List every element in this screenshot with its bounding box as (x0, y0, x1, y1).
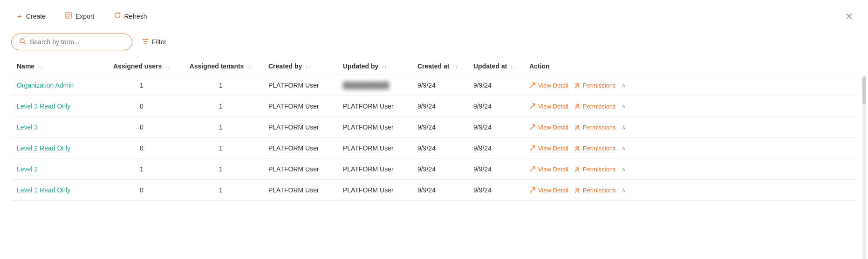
row-name[interactable]: Level 3 Read Only (11, 96, 104, 117)
row-assigned-tenants: 1 (179, 75, 263, 96)
chevron-up-icon: ∧ (622, 187, 626, 193)
create-label: Create (26, 13, 46, 20)
row-assigned-tenants: 1 (179, 117, 263, 138)
close-button[interactable]: ✕ (841, 9, 857, 24)
row-updated-at: 9/9/24 (468, 96, 524, 117)
export-button[interactable]: Export (60, 8, 99, 24)
sort-icon-users: ↑↓ (165, 64, 170, 69)
row-updated-at: 9/9/24 (468, 138, 524, 159)
row-assigned-users: 0 (104, 117, 179, 138)
chevron-up-icon: ∧ (622, 124, 626, 130)
svg-point-6 (577, 105, 578, 106)
row-created-at: 9/9/24 (412, 180, 468, 201)
row-updated-by: PLATFORM User (337, 96, 412, 117)
row-name[interactable]: Level 2 (11, 159, 104, 180)
view-detail-button[interactable]: View Detail (529, 187, 568, 194)
row-created-by: PLATFORM User (263, 117, 337, 138)
row-action: View Detail Permissions∧ (524, 117, 857, 138)
permissions-button[interactable]: Permissions (574, 187, 616, 194)
row-assigned-users: 0 (104, 96, 179, 117)
scrollbar-thumb[interactable] (862, 76, 866, 104)
row-created-at: 9/9/24 (412, 75, 468, 96)
row-created-by: PLATFORM User (263, 180, 337, 201)
search-input[interactable] (30, 38, 124, 46)
toolbar: ＋ Create Export Refresh ✕ (0, 0, 868, 30)
col-header-updatedby[interactable]: Updated by ↑↓ (337, 58, 412, 75)
table-row: Level 1 Read Only01PLATFORM UserPLATFORM… (11, 180, 857, 201)
col-header-name[interactable]: Name ↑↓ (11, 58, 104, 75)
view-detail-button[interactable]: View Detail (529, 82, 568, 89)
create-button[interactable]: ＋ Create (11, 9, 50, 24)
chevron-up-icon: ∧ (622, 82, 626, 89)
action-cell: View Detail Permissions∧ (529, 187, 851, 194)
row-action: View Detail Permissions∧ (524, 96, 857, 117)
permissions-button[interactable]: Permissions (574, 166, 616, 173)
export-icon (64, 11, 73, 21)
scrollbar-track[interactable] (862, 76, 866, 259)
sort-icon-updatedat: ↑↓ (510, 64, 515, 69)
row-action: View Detail Permissions∧ (524, 138, 857, 159)
sort-icon-name: ↑↓ (38, 64, 43, 69)
row-assigned-users: 0 (104, 138, 179, 159)
table-row: Level 211PLATFORM UserPLATFORM User9/9/2… (11, 159, 857, 180)
row-updated-by: PLATFORM User (337, 138, 412, 159)
svg-rect-0 (65, 12, 72, 19)
table-row: Level 301PLATFORM UserPLATFORM User9/9/2… (11, 117, 857, 138)
row-created-at: 9/9/24 (412, 159, 468, 180)
sort-icon-createdat: ↑↓ (452, 64, 458, 69)
table-row: Level 2 Read Only01PLATFORM UserPLATFORM… (11, 138, 857, 159)
filter-button[interactable]: Filter (142, 38, 166, 47)
chevron-up-icon: ∧ (622, 145, 626, 151)
table-row: Level 3 Read Only01PLATFORM UserPLATFORM… (11, 96, 857, 117)
sort-icon-tenants: ↑↓ (247, 64, 252, 69)
row-action: View Detail Permissions∧ (524, 159, 857, 180)
row-updated-by: PLATFORM User (337, 180, 412, 201)
view-detail-button[interactable]: View Detail (529, 124, 568, 131)
col-header-createdby[interactable]: Created by ↑↓ (263, 58, 337, 75)
row-updated-at: 9/9/24 (468, 75, 524, 96)
row-updated-at: 9/9/24 (468, 180, 524, 201)
export-label: Export (75, 13, 94, 20)
col-header-action: Action (524, 58, 857, 75)
action-cell: View Detail Permissions∧ (529, 166, 851, 173)
view-detail-button[interactable]: View Detail (529, 103, 568, 110)
table-container: Name ↑↓ Assigned users ↑↓ Assigned tenan… (0, 58, 868, 201)
filter-label: Filter (152, 38, 166, 46)
row-updated-by: PLATFORM User (337, 117, 412, 138)
col-header-createdat[interactable]: Created at ↑↓ (412, 58, 468, 75)
row-updated-by: ██████████ (337, 75, 412, 96)
row-name[interactable]: Level 2 Read Only (11, 138, 104, 159)
roles-table: Name ↑↓ Assigned users ↑↓ Assigned tenan… (11, 58, 857, 201)
row-created-at: 9/9/24 (412, 138, 468, 159)
view-detail-button[interactable]: View Detail (529, 145, 568, 152)
permissions-button[interactable]: Permissions (574, 145, 616, 152)
refresh-button[interactable]: Refresh (109, 8, 152, 24)
chevron-up-icon: ∧ (622, 166, 626, 172)
svg-point-12 (577, 168, 578, 169)
row-name[interactable]: Level 3 (11, 117, 104, 138)
row-created-by: PLATFORM User (263, 159, 337, 180)
refresh-label: Refresh (124, 13, 147, 20)
row-created-by: PLATFORM User (263, 96, 337, 117)
col-header-tenants[interactable]: Assigned tenants ↑↓ (179, 58, 263, 75)
action-cell: View Detail Permissions∧ (529, 145, 851, 152)
permissions-button[interactable]: Permissions (574, 124, 616, 131)
permissions-button[interactable]: Permissions (574, 103, 616, 110)
col-header-users[interactable]: Assigned users ↑↓ (104, 58, 179, 75)
permissions-button[interactable]: Permissions (574, 82, 616, 89)
refresh-icon (113, 11, 122, 21)
search-box (11, 34, 132, 50)
row-assigned-tenants: 1 (179, 96, 263, 117)
search-icon (19, 38, 26, 46)
row-created-by: PLATFORM User (263, 75, 337, 96)
row-updated-by: PLATFORM User (337, 159, 412, 180)
view-detail-button[interactable]: View Detail (529, 166, 568, 173)
action-cell: View Detail Permissions∧ (529, 103, 851, 110)
row-assigned-users: 0 (104, 180, 179, 201)
row-name[interactable]: Organization Admin (11, 75, 104, 96)
row-assigned-tenants: 1 (179, 159, 263, 180)
svg-point-10 (577, 147, 578, 148)
col-header-updatedat[interactable]: Updated at ↑↓ (468, 58, 524, 75)
search-filter-row: Filter (0, 30, 868, 58)
row-name[interactable]: Level 1 Read Only (11, 180, 104, 201)
